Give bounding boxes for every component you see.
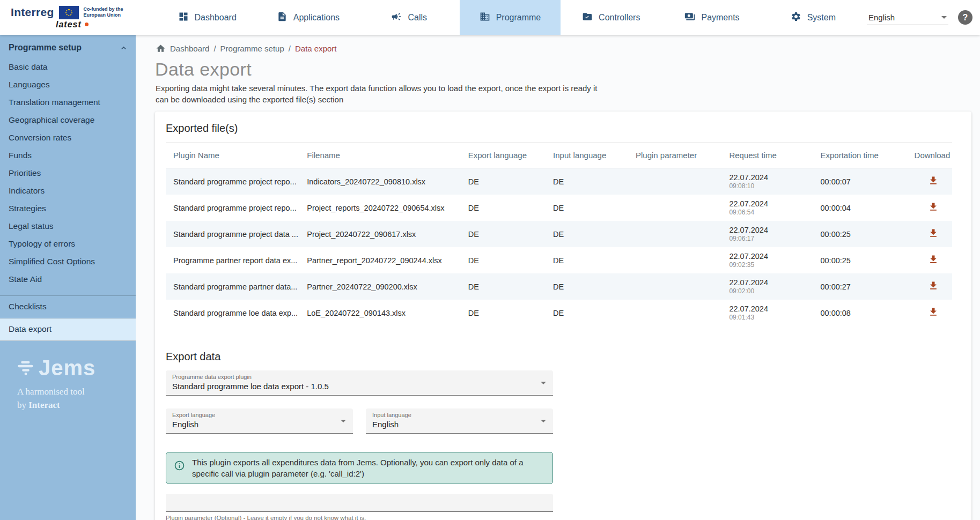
cell-input-lang: DE xyxy=(546,195,628,221)
cell-filename: Project_20240722_090617.xlsx xyxy=(299,221,461,247)
col-input-language: Input language xyxy=(546,143,628,168)
sidebar-item-priorities[interactable]: Priorities xyxy=(0,165,136,182)
export-language-value: English xyxy=(172,420,347,429)
chevron-up-icon[interactable] xyxy=(119,43,128,53)
cell-plugin-parameter xyxy=(628,273,721,300)
col-export-language: Export language xyxy=(461,143,546,168)
export-data-title: Export data xyxy=(166,351,952,363)
breadcrumb-current: Data export xyxy=(295,44,337,53)
download-button[interactable] xyxy=(925,174,941,189)
sidebar-item-state-aid[interactable]: State Aid xyxy=(0,271,136,288)
input-language-label: Input language xyxy=(372,412,547,418)
sidebar-item-strategies[interactable]: Strategies xyxy=(0,200,136,218)
cell-plugin: Standard programme project repo... xyxy=(166,195,299,221)
cell-export-lang: DE xyxy=(461,247,546,273)
cell-plugin-parameter xyxy=(628,195,721,221)
request-time: 09:08:10 xyxy=(729,182,805,190)
nav-item-controllers[interactable]: Controllers xyxy=(561,0,661,35)
plugin-parameter-input[interactable] xyxy=(166,494,553,511)
sidebar-item-funds[interactable]: Funds xyxy=(0,147,136,165)
request-date: 22.07.2024 xyxy=(729,278,805,287)
cell-filename: Indicators_20240722_090810.xlsx xyxy=(299,168,461,195)
plugin-info-text: This plugin exports all expenditures dat… xyxy=(192,457,545,479)
input-language-value: English xyxy=(372,420,547,429)
breadcrumb: Dashboard / Programme setup / Data expor… xyxy=(156,43,980,54)
col-plugin-name: Plugin Name xyxy=(166,143,299,168)
breadcrumb-separator: / xyxy=(289,44,291,53)
cell-download xyxy=(915,273,952,300)
cell-export-time: 00:00:25 xyxy=(813,247,914,273)
sidebar-item-data-export[interactable]: Data export xyxy=(0,318,136,341)
jems-tagline: A harmonised tool by Interact xyxy=(17,385,136,412)
language-fields-row: Export language English Input language E… xyxy=(166,408,952,434)
plugin-info-box: This plugin exports all expenditures dat… xyxy=(166,452,553,484)
sidebar-item-basic-data[interactable]: Basic data xyxy=(0,58,136,76)
sidebar-item-languages[interactable]: Languages xyxy=(0,76,136,94)
download-icon xyxy=(928,202,939,212)
download-button[interactable] xyxy=(925,305,941,321)
nav-item-applications[interactable]: Applications xyxy=(257,0,358,35)
nav-item-payments[interactable]: Payments xyxy=(661,0,762,35)
sidebar-item-indicators[interactable]: Indicators xyxy=(0,182,136,200)
request-time: 09:02:00 xyxy=(729,287,805,295)
table-row: Standard programme loe data exp... LoE_2… xyxy=(166,300,952,326)
export-language-label: Export language xyxy=(172,412,347,418)
chevron-down-icon xyxy=(541,420,546,422)
nav-label: Dashboard xyxy=(195,13,237,23)
language-select[interactable]: English xyxy=(867,10,948,25)
col-download: Download xyxy=(915,143,952,168)
home-icon[interactable] xyxy=(156,43,166,54)
col-exportation-time: Exportation time xyxy=(813,143,914,168)
plugin-select-value: Standard programme loe data export - 1.0… xyxy=(172,382,547,391)
sidebar-item-simplified-cost-options[interactable]: Simplified Cost Options xyxy=(0,253,136,271)
nav-item-system[interactable]: System xyxy=(763,0,864,35)
cell-filename: Partner_20240722_090200.xlsx xyxy=(299,273,461,300)
nav-label: Programme xyxy=(496,13,541,23)
cell-plugin-parameter xyxy=(628,300,721,326)
col-plugin-parameter: Plugin parameter xyxy=(628,143,721,168)
calls-icon xyxy=(391,11,402,24)
export-language-select[interactable]: Export language English xyxy=(166,408,353,434)
nav-label: Controllers xyxy=(599,13,640,23)
cell-filename: Partner_report_20240722_090244.xlsx xyxy=(299,247,461,273)
download-button[interactable] xyxy=(925,226,941,242)
exported-files-table: Plugin Name Filename Export language Inp… xyxy=(166,142,952,326)
sidebar-item-checklists[interactable]: Checklists xyxy=(0,296,136,318)
nav-item-dashboard[interactable]: Dashboard xyxy=(157,0,257,35)
cell-input-lang: DE xyxy=(546,168,628,195)
nav-item-programme[interactable]: Programme xyxy=(460,0,561,35)
version-dot xyxy=(85,23,89,26)
dashboard-icon xyxy=(178,11,189,24)
request-time: 09:06:54 xyxy=(729,209,805,216)
sidebar-item-legal-status[interactable]: Legal status xyxy=(0,218,136,235)
cell-export-lang: DE xyxy=(461,168,546,195)
download-button[interactable] xyxy=(925,200,941,216)
breadcrumb-dashboard[interactable]: Dashboard xyxy=(170,44,209,53)
sidebar-item-geographical-coverage[interactable]: Geographical coverage xyxy=(0,112,136,129)
sidebar-item-translation-management[interactable]: Translation management xyxy=(0,94,136,112)
download-icon xyxy=(928,307,939,317)
plugin-select[interactable]: Programme data export plugin Standard pr… xyxy=(166,370,553,396)
version-text: latest xyxy=(56,20,82,29)
jems-tagline-brand: Interact xyxy=(28,400,60,410)
cell-download xyxy=(915,300,952,326)
cell-filename: Project_reports_20240722_090654.xlsx xyxy=(299,195,461,221)
download-icon xyxy=(928,280,939,291)
eu-flag-icon xyxy=(59,6,79,19)
cell-request-time: 22.07.2024 09:02:35 xyxy=(721,247,813,273)
cell-export-time: 00:00:04 xyxy=(813,195,914,221)
sidebar-section-title: Programme setup xyxy=(9,43,82,53)
controllers-icon xyxy=(582,11,593,24)
nav-item-calls[interactable]: Calls xyxy=(359,0,460,35)
table-row: Standard programme project repo... Indic… xyxy=(166,168,952,195)
help-icon[interactable]: ? xyxy=(958,10,972,25)
download-button[interactable] xyxy=(925,279,941,294)
request-date: 22.07.2024 xyxy=(729,173,805,182)
request-time: 09:06:17 xyxy=(729,235,805,242)
breadcrumb-programme-setup[interactable]: Programme setup xyxy=(220,44,284,53)
input-language-select[interactable]: Input language English xyxy=(366,408,553,434)
sidebar-item-conversion-rates[interactable]: Conversion rates xyxy=(0,129,136,147)
cell-input-lang: DE xyxy=(546,300,628,326)
download-button[interactable] xyxy=(925,252,941,268)
sidebar-item-typology-of-errors[interactable]: Typology of errors xyxy=(0,235,136,253)
